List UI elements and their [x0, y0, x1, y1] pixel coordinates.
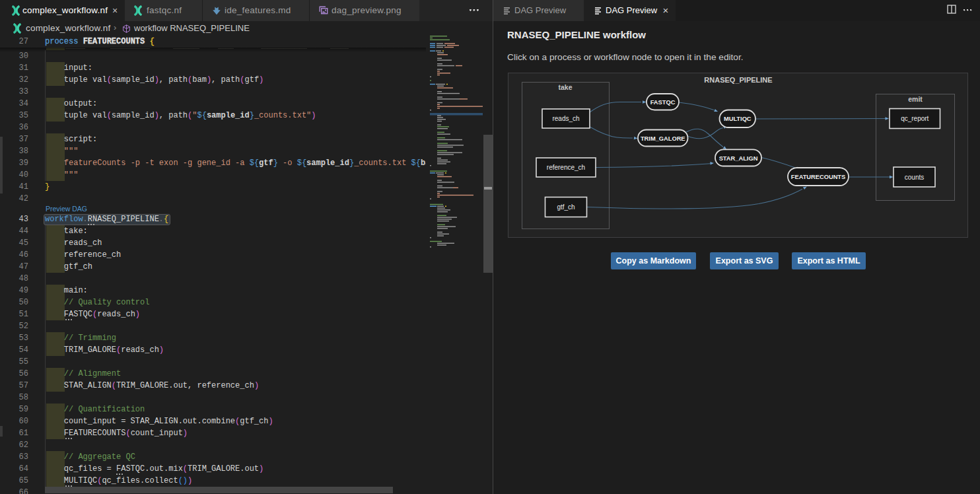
svg-text:emit: emit	[908, 95, 923, 103]
svg-text:MULTIQC: MULTIQC	[724, 116, 752, 122]
svg-text:RNASEQ_PIPELINE: RNASEQ_PIPELINE	[704, 76, 772, 84]
svg-text:FEATURECOUNTS: FEATURECOUNTS	[791, 174, 845, 180]
svg-text:qc_report: qc_report	[901, 115, 928, 122]
svg-text:gtf_ch: gtf_ch	[557, 203, 575, 211]
svg-text:reference_ch: reference_ch	[547, 164, 585, 171]
svg-text:counts: counts	[905, 174, 924, 181]
svg-text:take: take	[558, 83, 572, 91]
svg-text:TRIM_GALORE: TRIM_GALORE	[641, 135, 685, 142]
svg-text:FASTQC: FASTQC	[650, 99, 676, 106]
svg-text:reads_ch: reads_ch	[552, 115, 579, 122]
svg-text:STAR_ALIGN: STAR_ALIGN	[719, 155, 758, 162]
